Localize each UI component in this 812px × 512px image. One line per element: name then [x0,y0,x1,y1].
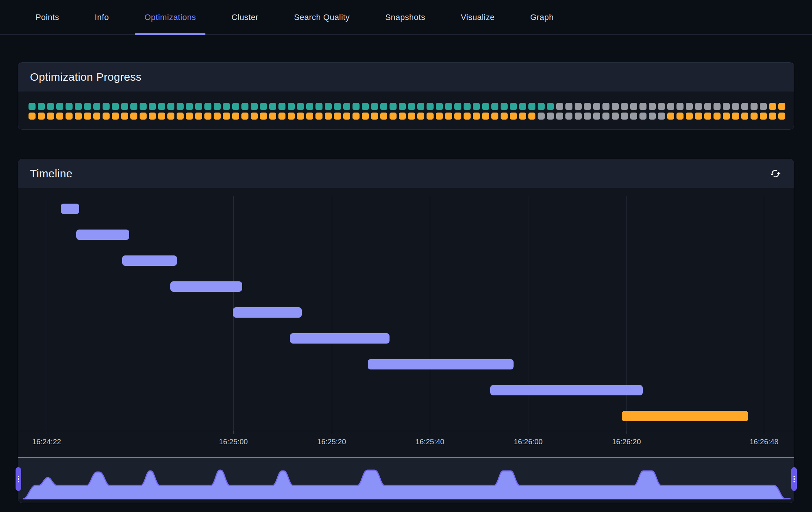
progress-cell-teal [519,103,526,110]
progress-cell-orange [417,113,424,120]
progress-cell-gray [630,103,637,110]
tab-search-quality[interactable]: Search Quality [284,0,359,34]
progress-cell-teal [93,103,100,110]
progress-cell-teal [464,103,471,110]
progress-cell-orange [482,113,489,120]
tab-points[interactable]: Points [26,0,69,34]
tab-graph[interactable]: Graph [521,0,563,34]
progress-cell-orange [436,113,443,120]
progress-cell-gray [658,113,665,120]
tab-label: Graph [530,13,554,22]
tab-cluster[interactable]: Cluster [222,0,268,34]
gantt-bar-4[interactable] [170,281,242,292]
gantt-bar-6[interactable] [290,333,390,344]
progress-cell-teal [140,103,147,110]
progress-cell-orange [519,113,526,120]
progress-cell-gray [760,103,767,110]
progress-cell-teal [29,103,36,110]
tab-label: Info [95,13,109,22]
progress-cell-teal [306,103,313,110]
progress-cell-orange [704,113,711,120]
progress-cell-orange [241,113,248,120]
tab-optimizations[interactable]: Optimizations [135,0,205,34]
optimization-progress-title: Optimization Progress [30,71,141,83]
progress-cell-teal [121,103,128,110]
progress-cell-orange [399,113,406,120]
progress-cell-teal [538,103,545,110]
gantt-bar-1[interactable] [61,204,79,214]
progress-cell-teal [177,103,184,110]
progress-cell-orange [501,113,508,120]
progress-cell-gray [649,113,656,120]
progress-cell-orange [528,113,535,120]
gantt-bar-5[interactable] [233,307,302,318]
progress-cell-gray [723,103,730,110]
progress-cell-teal [315,103,323,110]
progress-cell-teal [362,103,369,110]
progress-cell-orange [491,113,498,120]
progress-cell-orange [751,113,758,120]
progress-cell-orange [47,113,54,120]
progress-cell-teal [149,103,156,110]
progress-cell-gray [575,103,582,110]
progress-cell-orange [121,113,128,120]
progress-cell-teal [297,103,304,110]
progress-cell-teal [186,103,193,110]
progress-cell-teal [103,103,110,110]
axis-tick [332,431,332,434]
timeline-brush[interactable] [18,457,794,499]
gantt-bar-8[interactable] [490,385,642,395]
tab-visualize[interactable]: Visualize [451,0,504,34]
progress-cell-teal [352,103,360,110]
progress-cell-orange [732,113,739,120]
gantt-chart [18,188,794,431]
progress-cell-gray [741,103,748,110]
progress-cell-orange [371,113,378,120]
progress-cell-gray [695,103,702,110]
brush-handle-right[interactable] [791,467,797,491]
card-bottom-pad [18,499,794,503]
progress-cell-orange [112,113,119,120]
progress-cell-orange [38,113,45,120]
progress-cell-orange [723,113,730,120]
brush-handle-left[interactable] [16,467,21,491]
progress-cell-teal [371,103,378,110]
progress-cell-teal [445,103,452,110]
progress-cell-orange [714,113,721,120]
timeline-card: Timeline 16:24:2216:25:0016:25:2016:25:4… [18,159,794,503]
progress-cell-teal [241,103,248,110]
gantt-bar-9[interactable] [622,411,748,421]
progress-cell-orange [306,113,313,120]
tab-info[interactable]: Info [85,0,118,34]
progress-cell-teal [343,103,350,110]
progress-cell-orange [278,113,285,120]
gantt-bar-3[interactable] [122,255,177,266]
progress-grid [18,91,794,129]
progress-cell-gray [602,113,609,120]
progress-cell-teal [204,103,211,110]
progress-cell-teal [482,103,489,110]
progress-cell-orange [56,113,63,120]
refresh-button[interactable] [767,165,783,182]
gantt-bar-7[interactable] [368,359,514,369]
progress-cell-gray [639,113,646,120]
axis-label: 16:25:20 [317,438,346,446]
progress-cell-gray [667,103,674,110]
axis-label: 16:26:48 [749,438,778,446]
tab-snapshots[interactable]: Snapshots [375,0,435,34]
progress-cell-teal [408,103,415,110]
progress-cell-gray [686,103,693,110]
progress-cell-orange [167,113,174,120]
progress-cell-orange [297,113,304,120]
progress-cell-gray [593,103,600,110]
optimization-progress-header: Optimization Progress [18,63,794,91]
tab-label: Optimizations [144,13,196,22]
progress-cell-orange [676,113,684,120]
progress-cell-orange [778,103,785,110]
progress-cell-teal [56,103,63,110]
progress-cell-orange [214,113,221,120]
optimization-progress-card: Optimization Progress [18,62,794,130]
gantt-bar-2[interactable] [76,230,129,240]
progress-cell-orange [695,113,702,120]
axis-label: 16:26:20 [612,438,641,446]
